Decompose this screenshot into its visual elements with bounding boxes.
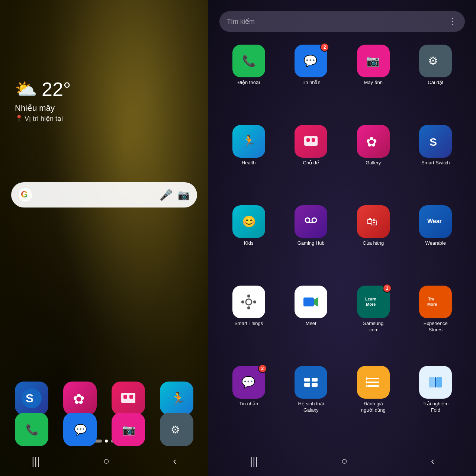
learn-more-label: Samsung.com — [363, 321, 383, 333]
svg-rect-33 — [306, 138, 310, 142]
right-bottom-nav: ||| ○ ‹ — [208, 446, 476, 476]
google-logo: G G — [19, 188, 32, 202]
chu-de-icon — [112, 382, 145, 415]
dock-camera-icon: 📷 — [112, 413, 145, 446]
gaming-hub-icon — [295, 205, 327, 238]
health-icon: 🏃 — [160, 382, 193, 415]
nav-home-btn[interactable]: ○ — [103, 455, 110, 467]
svg-rect-10 — [129, 395, 133, 399]
try-more-label: ExperienceStores — [424, 321, 448, 333]
svg-text:📷: 📷 — [122, 424, 135, 436]
svg-rect-72 — [367, 378, 379, 379]
app-trai-nghiem-fold[interactable]: Trải nghiệmFold — [406, 366, 465, 443]
may-anh-label: Máy ảnh — [364, 80, 383, 86]
svg-text:✿: ✿ — [73, 391, 85, 407]
smart-switch-grid-icon: S — [419, 125, 452, 158]
svg-text:🛍: 🛍 — [367, 215, 378, 228]
chu-de-grid-label: Chủ đề — [303, 160, 319, 166]
gallery-icon: ✿ — [63, 382, 97, 415]
google-search-bar[interactable]: G G 🎤 📷 — [11, 182, 197, 208]
smart-things-icon — [232, 286, 265, 318]
kids-label: Kids — [244, 240, 253, 247]
right-panel: Tìm kiếm ⋮ 📞 Điện thoại 💬 2 Tin nhắn 📷 M… — [208, 0, 476, 476]
app-wearable[interactable]: Wear Wearable — [406, 205, 465, 282]
svg-rect-69 — [304, 383, 310, 387]
gallery-grid-icon: ✿ — [357, 125, 390, 158]
dock-msg-icon: 💬 — [63, 413, 97, 446]
smart-switch-grid-label: Smart Switch — [421, 160, 450, 166]
app-may-anh[interactable]: 📷 Máy ảnh — [344, 45, 403, 121]
svg-text:S: S — [26, 392, 33, 405]
app-kids[interactable]: 😊 Kids — [219, 205, 278, 282]
app-tin-nhan-2[interactable]: 💬 2 Tin nhắn — [219, 366, 278, 443]
app-learn-more[interactable]: LearnMore 1 Samsung.com — [344, 286, 403, 362]
svg-rect-34 — [312, 138, 315, 142]
app-health-grid[interactable]: 🏃 Health — [219, 125, 278, 202]
svg-rect-76 — [366, 381, 367, 383]
svg-text:😊: 😊 — [242, 215, 256, 228]
app-cai-dat[interactable]: ⚙ Cài đặt — [406, 45, 465, 121]
nav-back-btn[interactable]: ‹ — [173, 455, 176, 467]
svg-text:G: G — [21, 190, 28, 199]
tin-nhan-1-badge: 2 — [320, 43, 329, 52]
svg-rect-73 — [367, 382, 379, 383]
gallery-grid-label: Gallery — [366, 160, 381, 166]
he-sinh-thai-icon — [295, 366, 327, 399]
right-nav-home-btn[interactable]: ○ — [341, 455, 348, 467]
tin-nhan-2-label: Tin nhắn — [239, 401, 258, 407]
trai-nghiem-icon — [419, 366, 452, 399]
app-smart-switch-grid[interactable]: S Smart Switch — [406, 125, 465, 202]
svg-text:Try: Try — [428, 297, 434, 301]
app-gaming-hub[interactable]: Gaming Hub — [282, 205, 341, 282]
app-gallery-grid[interactable]: ✿ Gallery — [344, 125, 403, 202]
app-meet[interactable]: Meet — [282, 286, 341, 362]
app-chu-de-grid[interactable]: Chủ đề — [282, 125, 341, 202]
lens-icon[interactable]: 📷 — [178, 189, 190, 201]
svg-rect-32 — [304, 136, 318, 146]
danh-gia-icon — [357, 366, 390, 399]
app-cua-hang[interactable]: 🛍 Cửa hàng — [344, 205, 403, 282]
kids-icon: 😊 — [232, 205, 265, 238]
svg-rect-70 — [312, 383, 318, 387]
smart-switch-icon: S — [15, 382, 48, 415]
svg-point-52 — [247, 306, 250, 309]
smart-things-label: Smart Things — [234, 321, 263, 327]
app-he-sinh-thai[interactable]: Hệ sinh tháiGalaxy — [282, 366, 341, 443]
right-nav-recent-btn[interactable]: ||| — [250, 455, 258, 467]
right-nav-back-btn[interactable]: ‹ — [431, 455, 434, 467]
svg-rect-74 — [367, 385, 379, 387]
app-grid: 📞 Điện thoại 💬 2 Tin nhắn 📷 Máy ảnh ⚙ Cà… — [216, 41, 469, 446]
app-search-bar[interactable]: Tìm kiếm ⋮ — [219, 11, 465, 32]
app-dien-thoai[interactable]: 📞 Điện thoại — [219, 45, 278, 121]
weather-widget: ⛅ 22° Nhiều mây 📍 Vị trí hiện tại — [15, 78, 71, 123]
app-try-more[interactable]: TryMore ExperienceStores — [406, 286, 465, 362]
gaming-hub-label: Gaming Hub — [298, 240, 325, 247]
app-smart-things[interactable]: Smart Things — [219, 286, 278, 362]
app-tin-nhan-1[interactable]: 💬 2 Tin nhắn — [282, 45, 341, 121]
svg-point-53 — [241, 300, 244, 303]
dien-thoai-icon: 📞 — [232, 45, 265, 77]
svg-text:⚙: ⚙ — [171, 424, 180, 435]
wearable-label: Wearable — [425, 240, 446, 247]
dock-settings[interactable]: ⚙ — [160, 413, 193, 446]
svg-text:💬: 💬 — [241, 376, 255, 389]
dock-msg[interactable]: 💬 — [63, 413, 97, 446]
more-options-icon[interactable]: ⋮ — [448, 17, 457, 26]
svg-point-51 — [247, 295, 250, 298]
nav-recent-btn[interactable]: ||| — [32, 455, 40, 467]
mic-icon[interactable]: 🎤 — [160, 189, 173, 201]
search-input[interactable]: Tìm kiếm — [227, 17, 448, 26]
meet-label: Meet — [306, 321, 316, 327]
wearable-icon: Wear — [419, 205, 452, 238]
dock-phone[interactable]: 📞 — [15, 413, 48, 446]
app-danh-gia[interactable]: Đánh giángười dùng — [344, 366, 403, 443]
weather-location: 📍 Vị trí hiện tại — [15, 115, 71, 123]
svg-text:⚙: ⚙ — [428, 55, 438, 67]
svg-point-54 — [253, 300, 256, 303]
svg-rect-75 — [366, 377, 367, 380]
dock-camera[interactable]: 📷 — [112, 413, 145, 446]
danh-gia-label: Đánh giángười dùng — [361, 401, 386, 414]
svg-text:Learn: Learn — [365, 297, 376, 301]
dock-phone-icon: 📞 — [15, 413, 48, 446]
cai-dat-icon: ⚙ — [419, 45, 452, 77]
